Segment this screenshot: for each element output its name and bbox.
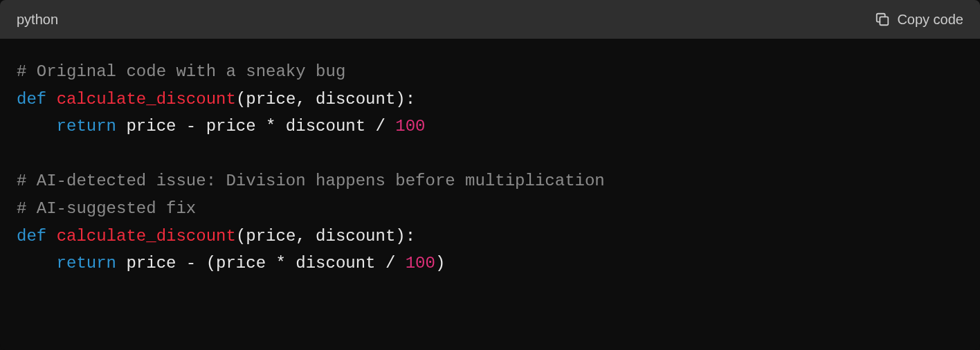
code-line: # AI-detected issue: Division happens be… — [17, 167, 963, 195]
keyword-token: return — [57, 254, 116, 273]
comment-token: # AI-detected issue: Division happens be… — [17, 172, 605, 190]
comment-token: # Original code with a sneaky bug — [17, 62, 345, 81]
keyword-token: def — [17, 227, 46, 246]
keyword-token: return — [57, 117, 116, 136]
code-content: # Original code with a sneaky bug def ca… — [0, 39, 980, 297]
code-line: return price - (price * discount / 100) — [17, 250, 963, 277]
code-header: python Copy code — [0, 0, 980, 39]
code-line: def calculate_discount(price, discount): — [17, 223, 963, 250]
text-token: (price, discount): — [236, 227, 415, 246]
svg-rect-0 — [880, 17, 889, 25]
code-block: python Copy code # Original code with a … — [0, 0, 980, 350]
copy-code-button[interactable]: Copy code — [875, 12, 963, 28]
text-token — [46, 227, 56, 246]
code-line: def calculate_discount(price, discount): — [17, 86, 963, 113]
indent-token — [17, 254, 57, 273]
language-label: python — [17, 12, 58, 28]
text-token: (price, discount): — [236, 90, 415, 109]
copy-code-label: Copy code — [897, 12, 963, 28]
comment-token: # AI-suggested fix — [17, 199, 196, 218]
number-token: 100 — [406, 254, 435, 273]
code-line: # AI-suggested fix — [17, 195, 963, 223]
indent-token — [17, 117, 57, 136]
blank-line — [17, 140, 963, 168]
code-line: # Original code with a sneaky bug — [17, 58, 963, 86]
text-token: price - (price * discount / — [116, 254, 406, 273]
keyword-token: def — [17, 90, 46, 109]
code-line: return price - price * discount / 100 — [17, 113, 963, 140]
text-token — [46, 90, 56, 109]
number-token: 100 — [395, 117, 425, 136]
function-token: calculate_discount — [57, 90, 236, 109]
text-token: ) — [435, 254, 445, 273]
copy-icon — [875, 12, 890, 27]
function-token: calculate_discount — [57, 227, 236, 246]
text-token: price - price * discount / — [116, 117, 395, 136]
